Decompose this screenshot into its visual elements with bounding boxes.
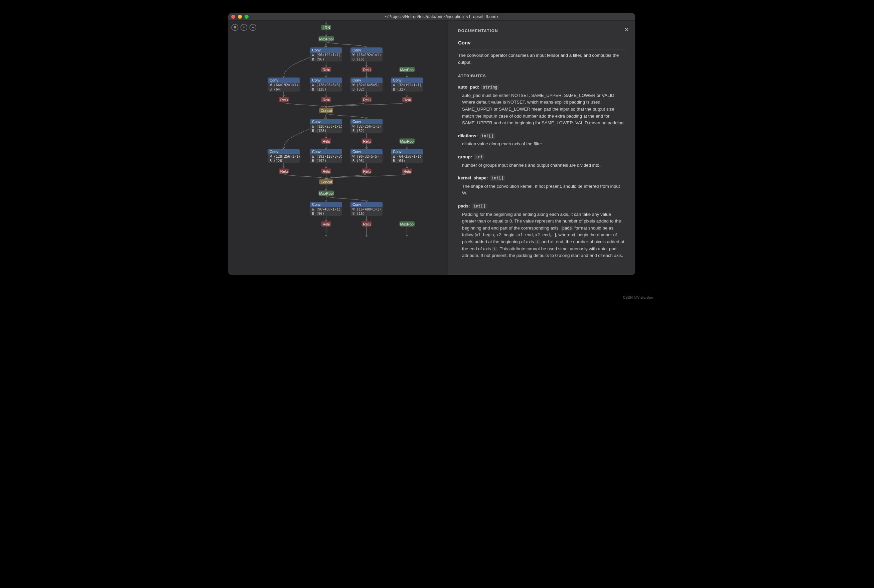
relu-node[interactable]: Relu <box>321 97 331 102</box>
lrn-node[interactable]: LRN <box>321 25 331 30</box>
attr-heading: ATTRIBUTES <box>458 73 625 79</box>
conv-node[interactable]: ConvW ⟨64×256×1×1⟩B ⟨64⟩ <box>391 149 423 163</box>
maxpool-node[interactable]: MaxPool <box>399 138 415 144</box>
relu-node[interactable]: Relu <box>361 97 372 102</box>
relu-node[interactable]: Relu <box>402 168 412 174</box>
conv-node[interactable]: ConvW ⟨64×192×1×1⟩B ⟨64⟩ <box>268 78 300 92</box>
attr-type: int <box>474 154 485 160</box>
app-window: ~/Projects/Netron/test/data/onnx/incepti… <box>228 13 635 275</box>
graph-canvas[interactable]: ≡ + − LRNMaxPoolConvW ⟨96×192×1×1⟩B ⟨96⟩… <box>228 21 448 275</box>
relu-node[interactable]: Relu <box>402 97 412 102</box>
relu-node[interactable]: Relu <box>321 67 331 72</box>
conv-node[interactable]: ConvW ⟨16×480×1×1⟩B ⟨16⟩ <box>351 202 382 216</box>
maxpool-node[interactable]: MaxPool <box>318 190 334 196</box>
titlebar[interactable]: ~/Projects/Netron/test/data/onnx/incepti… <box>228 13 635 21</box>
doc-intro: The convolution operator consumes an inp… <box>458 52 625 66</box>
conv-node[interactable]: ConvW ⟨192×128×3×3⟩B ⟨192⟩ <box>310 149 342 163</box>
zoom-in-button[interactable]: + <box>241 24 247 31</box>
relu-node[interactable]: Relu <box>361 168 372 174</box>
conv-node[interactable]: ConvW ⟨96×480×1×1⟩B ⟨96⟩ <box>310 202 342 216</box>
attr-item: dilations: int[]dilation value along eac… <box>458 133 625 148</box>
concat-node[interactable]: Concat <box>319 108 333 113</box>
doc-heading: DOCUMENTATION <box>458 28 625 34</box>
canvas-toolbar: ≡ + − <box>232 24 256 31</box>
zoom-icon[interactable] <box>244 15 249 19</box>
close-sidebar-button[interactable]: ✕ <box>624 26 629 35</box>
relu-node[interactable]: Relu <box>279 97 289 102</box>
attr-type: string <box>481 84 499 90</box>
relu-node[interactable]: Relu <box>321 168 331 174</box>
window-title: ~/Projects/Netron/test/data/onnx/incepti… <box>251 14 632 19</box>
attr-type: int[] <box>472 204 487 209</box>
relu-node[interactable]: Relu <box>361 138 372 144</box>
conv-node[interactable]: ConvW ⟨16×192×1×1⟩B ⟨16⟩ <box>351 48 382 62</box>
attr-item: kernel_shape: int[]The shape of the conv… <box>458 175 625 197</box>
doc-sidebar: ✕ DOCUMENTATION Conv The convolution ope… <box>448 21 635 275</box>
watermark: CSDN @ViatorSun <box>623 296 653 299</box>
doc-title: Conv <box>458 39 625 50</box>
attr-desc: number of groups input channels and outp… <box>462 162 625 169</box>
relu-node[interactable]: Relu <box>361 67 372 72</box>
attr-name: auto_pad: <box>458 84 480 90</box>
attr-item: auto_pad: stringauto_pad must be either … <box>458 84 625 127</box>
attr-name: dilations: <box>458 133 478 138</box>
close-icon[interactable] <box>231 15 235 19</box>
conv-node[interactable]: ConvW ⟨128×96×3×3⟩B ⟨128⟩ <box>310 78 342 92</box>
attr-desc: The shape of the convolution kernel. If … <box>462 183 625 197</box>
conv-node[interactable]: ConvW ⟨32×192×1×1⟩B ⟨32⟩ <box>391 78 423 92</box>
maxpool-node[interactable]: MaxPool <box>318 36 334 41</box>
attr-desc: auto_pad must be either NOTSET, SAME_UPP… <box>462 92 625 127</box>
attr-item: group: intnumber of groups input channel… <box>458 154 625 169</box>
concat-node[interactable]: Concat <box>319 179 333 184</box>
attr-item: pads: int[]Padding for the beginning and… <box>458 203 625 259</box>
plus-icon: + <box>243 25 245 30</box>
menu-button[interactable]: ≡ <box>232 24 238 31</box>
conv-node[interactable]: ConvW ⟨96×32×5×5⟩B ⟨96⟩ <box>351 149 382 163</box>
conv-node[interactable]: ConvW ⟨128×256×1×1⟩B ⟨128⟩ <box>268 149 300 163</box>
conv-node[interactable]: ConvW ⟨96×192×1×1⟩B ⟨96⟩ <box>310 48 342 62</box>
conv-node[interactable]: ConvW ⟨32×256×1×1⟩B ⟨32⟩ <box>351 119 382 133</box>
graph-svg: LRNMaxPoolConvW ⟨96×192×1×1⟩B ⟨96⟩ConvW … <box>228 21 448 275</box>
relu-node[interactable]: Relu <box>321 221 331 226</box>
attr-desc: dilation value along each axis of the fi… <box>462 141 625 148</box>
maxpool-node[interactable]: MaxPool <box>399 67 415 72</box>
relu-node[interactable]: Relu <box>321 138 331 144</box>
menu-icon: ≡ <box>234 25 236 30</box>
minus-icon: − <box>252 25 254 30</box>
relu-node[interactable]: Relu <box>361 221 372 226</box>
attr-type: int[] <box>490 176 505 181</box>
zoom-out-button[interactable]: − <box>250 24 256 31</box>
conv-node[interactable]: ConvW ⟨128×256×1×1⟩B ⟨128⟩ <box>310 119 342 133</box>
attr-list: auto_pad: stringauto_pad must be either … <box>458 84 625 259</box>
attr-type: int[] <box>480 133 495 139</box>
maxpool-node[interactable]: MaxPool <box>399 221 415 226</box>
attr-name: pads: <box>458 204 470 208</box>
relu-node[interactable]: Relu <box>279 168 289 174</box>
conv-node[interactable]: ConvW ⟨32×16×5×5⟩B ⟨32⟩ <box>351 78 382 92</box>
attr-name: group: <box>458 154 472 159</box>
attr-desc: Padding for the beginning and ending alo… <box>462 211 625 259</box>
minimize-icon[interactable] <box>238 15 242 19</box>
attr-name: kernel_shape: <box>458 176 488 180</box>
